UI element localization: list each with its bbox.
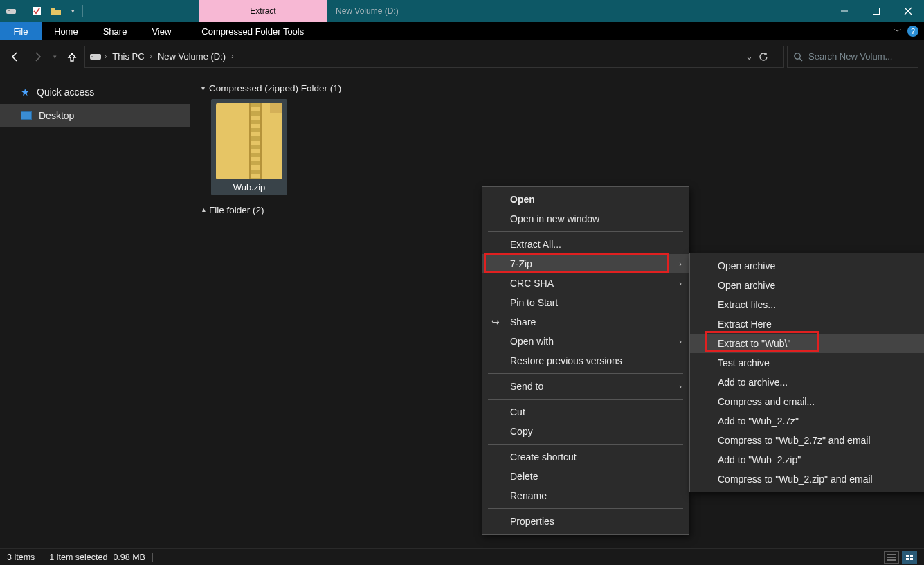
- menu-restore-previous[interactable]: Restore previous versions: [482, 351, 689, 370]
- drive-icon: [89, 52, 102, 62]
- file-name: Wub.zip: [214, 182, 284, 192]
- forward-button[interactable]: [28, 47, 47, 66]
- status-item-count: 3 items: [7, 553, 35, 562]
- menu-open-with[interactable]: Open with›: [482, 332, 689, 351]
- search-box[interactable]: Search New Volum...: [787, 46, 918, 68]
- menu-create-shortcut[interactable]: Create shortcut: [482, 447, 689, 467]
- title-bar: ▾ Extract New Volume (D:): [0, 0, 924, 22]
- chevron-right-icon[interactable]: ›: [150, 53, 152, 60]
- ribbon-tab-home[interactable]: Home: [42, 22, 91, 40]
- submenu-compress-zip-email[interactable]: Compress to "Wub_2.zip" and email: [690, 469, 924, 489]
- search-icon: [793, 52, 803, 62]
- context-menu: Open Open in new window Extract All... 7…: [482, 186, 689, 535]
- view-details-button[interactable]: [884, 551, 899, 564]
- chevron-right-icon[interactable]: ›: [105, 53, 107, 60]
- chevron-right-icon[interactable]: ›: [231, 53, 233, 60]
- ribbon-tab-share[interactable]: Share: [91, 22, 140, 40]
- contextual-tab-extract[interactable]: Extract: [199, 0, 327, 22]
- window-title: New Volume (D:): [327, 0, 399, 22]
- breadcrumb-current[interactable]: New Volume (D:): [155, 51, 228, 62]
- share-icon: ↪: [489, 316, 502, 328]
- help-icon[interactable]: ?: [907, 26, 918, 37]
- sidebar-label: Quick access: [37, 87, 94, 98]
- menu-share[interactable]: ↪Share: [482, 312, 689, 332]
- qat-dropdown-icon[interactable]: ▾: [67, 0, 78, 22]
- status-selected: 1 item selected: [49, 553, 107, 562]
- menu-delete[interactable]: Delete: [482, 467, 689, 486]
- breadcrumb-this-pc[interactable]: This PC: [109, 51, 147, 62]
- menu-copy[interactable]: Copy: [482, 422, 689, 441]
- recent-dropdown[interactable]: ▾: [50, 47, 60, 66]
- submenu-extract-to[interactable]: Extract to "Wub\": [690, 334, 924, 353]
- minimize-button[interactable]: [828, 0, 860, 22]
- submenu-compress-email[interactable]: Compress and email...: [690, 392, 924, 411]
- chevron-right-icon: ›: [679, 337, 682, 346]
- submenu-test-archive[interactable]: Test archive: [690, 353, 924, 373]
- submenu-compress-7z-email[interactable]: Compress to "Wub_2.7z" and email: [690, 431, 924, 450]
- submenu-open-archive[interactable]: Open archive: [690, 256, 924, 276]
- menu-crc-sha[interactable]: CRC SHA›: [482, 273, 689, 293]
- search-placeholder: Search New Volum...: [808, 51, 892, 62]
- sidebar-label: Desktop: [39, 110, 74, 121]
- svg-point-9: [795, 53, 800, 58]
- svg-rect-15: [910, 555, 913, 557]
- status-size: 0.98 MB: [113, 553, 145, 562]
- desktop-icon: [21, 111, 32, 120]
- submenu-add-zip[interactable]: Add to "Wub_2.zip": [690, 450, 924, 469]
- qat-properties-icon[interactable]: [28, 0, 45, 22]
- svg-rect-1: [8, 10, 10, 11]
- submenu-extract-here[interactable]: Extract Here: [690, 314, 924, 334]
- view-large-icons-button[interactable]: [902, 551, 917, 564]
- star-icon: ★: [21, 87, 30, 98]
- svg-line-10: [799, 58, 802, 61]
- address-bar[interactable]: › This PC › New Volume (D:) › ⌄: [84, 46, 784, 68]
- navigation-bar: ▾ › This PC › New Volume (D:) › ⌄ Search…: [0, 40, 924, 73]
- svg-rect-4: [873, 8, 880, 15]
- chevron-right-icon: ›: [679, 382, 682, 391]
- sidebar-desktop[interactable]: Desktop: [0, 104, 190, 127]
- up-button[interactable]: [62, 47, 82, 66]
- qat-newfolder-icon[interactable]: [48, 0, 64, 22]
- submenu-extract-files[interactable]: Extract files...: [690, 295, 924, 314]
- ribbon-file-tab[interactable]: File: [0, 22, 42, 40]
- maximize-button[interactable]: [860, 0, 892, 22]
- sidebar-quick-access[interactable]: ★ Quick access: [0, 80, 190, 104]
- ribbon-collapse-icon[interactable]: ﹀: [894, 26, 902, 37]
- menu-rename[interactable]: Rename: [482, 486, 689, 505]
- group-label: Compressed (zipped) Folder (1): [209, 83, 341, 93]
- submenu-7zip: Open archive Open archive› Extract files…: [689, 253, 924, 492]
- back-button[interactable]: [6, 47, 25, 66]
- ribbon-tab-compressed-tools[interactable]: Compressed Folder Tools: [189, 22, 316, 40]
- submenu-add-to-archive[interactable]: Add to archive...: [690, 373, 924, 392]
- menu-cut[interactable]: Cut: [482, 402, 689, 422]
- ribbon-tab-view[interactable]: View: [139, 22, 183, 40]
- svg-rect-14: [906, 555, 909, 557]
- status-bar: 3 items 1 item selected 0.98 MB: [0, 548, 924, 565]
- file-wub-zip[interactable]: Wub.zip: [211, 99, 287, 195]
- svg-rect-0: [6, 9, 16, 14]
- menu-7zip[interactable]: 7-Zip›: [482, 254, 689, 273]
- quick-access-toolbar: ▾: [0, 0, 87, 22]
- group-label: File folder (2): [209, 205, 264, 215]
- svg-rect-16: [906, 558, 909, 560]
- menu-send-to[interactable]: Send to›: [482, 377, 689, 396]
- chevron-down-icon: ▾: [201, 84, 205, 92]
- submenu-open-archive-more[interactable]: Open archive›: [690, 276, 924, 295]
- svg-rect-17: [910, 558, 913, 560]
- submenu-add-7z[interactable]: Add to "Wub_2.7z": [690, 411, 924, 431]
- chevron-right-icon: ›: [679, 279, 682, 287]
- qat-drive-icon[interactable]: [3, 0, 19, 22]
- content-pane[interactable]: ▾ Compressed (zipped) Folder (1) Wub.zip…: [190, 73, 924, 548]
- navigation-pane: ★ Quick access Desktop: [0, 73, 190, 548]
- chevron-right-icon: ▸: [199, 208, 207, 212]
- menu-pin-to-start[interactable]: Pin to Start: [482, 293, 689, 312]
- menu-open[interactable]: Open: [482, 190, 689, 209]
- refresh-icon[interactable]: [759, 52, 779, 62]
- svg-rect-8: [91, 56, 93, 57]
- menu-properties[interactable]: Properties: [482, 512, 689, 531]
- menu-open-new-window[interactable]: Open in new window: [482, 209, 689, 228]
- menu-extract-all[interactable]: Extract All...: [482, 235, 689, 254]
- address-dropdown-icon[interactable]: ⌄: [742, 51, 756, 62]
- close-button[interactable]: [892, 0, 924, 22]
- group-compressed[interactable]: ▾ Compressed (zipped) Folder (1): [201, 83, 916, 93]
